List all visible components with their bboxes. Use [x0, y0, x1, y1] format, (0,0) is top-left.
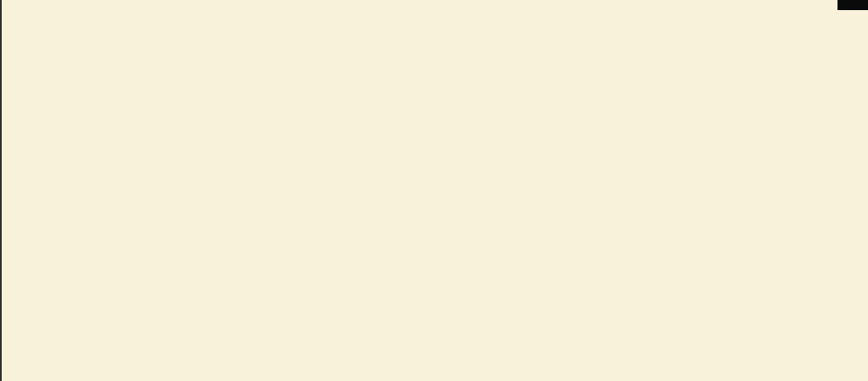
- mt4-chart-window: [0, 0, 868, 381]
- symbol-ohlc-line[interactable]: [5, 1, 8, 10]
- chart-canvas[interactable]: [2, 0, 868, 381]
- current-price-badge: [837, 0, 868, 10]
